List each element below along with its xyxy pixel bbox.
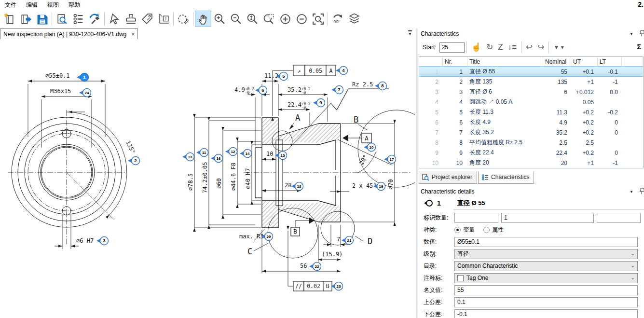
increase-icon[interactable] — [277, 11, 293, 27]
menu-item-3[interactable]: 帮助 — [64, 0, 85, 10]
pan-hand-icon[interactable] — [195, 11, 211, 27]
balloon-7[interactable]: 7 — [331, 86, 343, 94]
table-row[interactable]: 99长度 22.422.4+0.20 — [419, 148, 643, 158]
decrease-icon[interactable] — [293, 11, 310, 27]
balloon-22[interactable]: 22 — [309, 263, 321, 271]
table-row[interactable]: 88平均值粗糙度 Rz 2.52.52.5 — [419, 138, 643, 148]
zoom-fit-icon[interactable] — [310, 11, 326, 27]
column-header-lt[interactable]: LT — [598, 57, 622, 67]
renumber-icon[interactable]: ↻ — [486, 42, 493, 52]
balloon-13[interactable]: 13 — [182, 153, 194, 161]
balloon-2[interactable]: 2 — [128, 157, 140, 165]
balloon-6[interactable]: 6 — [255, 86, 267, 95]
menu-item-2[interactable]: 视图 — [42, 0, 64, 10]
tag-checkbox[interactable] — [457, 275, 464, 281]
balloon-10[interactable]: 10 — [364, 143, 376, 152]
details-pin-icon[interactable] — [639, 188, 644, 196]
zoom-in-icon[interactable] — [211, 11, 228, 27]
value-input[interactable]: Ø55±0.1 — [454, 237, 638, 247]
column-header-blank[interactable] — [419, 57, 443, 67]
column-header-ut[interactable]: UT — [571, 57, 598, 67]
document-tab[interactable]: New inspection plan (A) | 930-1200-406-V… — [0, 28, 138, 39]
column-header-blank[interactable] — [622, 57, 643, 67]
zoom-vertical-icon[interactable] — [244, 11, 260, 27]
balloon-24[interactable]: 24 — [79, 89, 91, 97]
tag-icon[interactable] — [139, 11, 155, 27]
balloon-12[interactable]: 12 — [225, 148, 237, 156]
save-icon[interactable] — [34, 11, 50, 27]
sync-settings-icon[interactable] — [86, 11, 103, 27]
corner-dimension-icon[interactable]: 1 — [155, 11, 172, 27]
attribute-radio-label[interactable]: 属性 — [492, 226, 504, 234]
tab-close-icon[interactable]: × — [131, 31, 135, 38]
id-qty-input-2[interactable]: 1 — [501, 213, 594, 223]
table-row[interactable]: 33直径 Ø 66+0.0120.0 — [419, 87, 643, 97]
sum-icon[interactable]: Σ — [637, 43, 641, 51]
filter-icon[interactable]: ▼ ▾ — [553, 42, 563, 52]
table-row[interactable]: 44圆跳动 ↗ 0.05 A0.05 — [419, 97, 643, 107]
svg-text:8: 8 — [381, 83, 384, 88]
table-row[interactable]: 66长度 4.94.9+0.20 — [419, 117, 643, 127]
tab-list-dropdown-icon[interactable]: ▼ — [408, 30, 412, 36]
zoom-window-icon[interactable] — [260, 11, 277, 27]
nominal-input[interactable]: 55 — [454, 285, 638, 295]
pin-icon[interactable] — [639, 30, 644, 38]
characteristic-list-icon[interactable] — [70, 11, 86, 27]
panel-menu-icon[interactable]: ▼ — [630, 32, 633, 36]
tag-select[interactable]: Tag One⌄ — [454, 273, 638, 283]
column-header-nr[interactable]: Nr. — [443, 57, 467, 67]
menu-item-0[interactable]: 文件 — [0, 0, 21, 10]
svg-text:Rz 2.5: Rz 2.5 — [352, 81, 373, 88]
drawing-canvas[interactable]: ∅55±0.11M36x1524∅6 H7311.354.9+0.2-0635.… — [0, 39, 415, 318]
attribute-radio[interactable] — [483, 227, 490, 233]
balloon-3[interactable]: 3 — [96, 237, 109, 245]
list-order-icon[interactable]: ↓≡ — [508, 42, 517, 52]
column-header-title[interactable]: Title — [467, 57, 543, 67]
upper-tolerance-input[interactable]: 0.1 — [454, 297, 638, 307]
balloon-23[interactable]: 23 — [331, 282, 343, 290]
move-row-up-icon[interactable]: ↩ — [526, 42, 533, 52]
start-label: Start: — [423, 44, 437, 51]
variable-radio[interactable] — [454, 227, 461, 233]
id-qty-input-1[interactable] — [454, 213, 498, 223]
table-row[interactable]: 77长度 35.235.2+0.20 — [419, 127, 643, 138]
balloon-21[interactable]: 21 — [342, 236, 354, 245]
revision-cloud-icon[interactable] — [175, 11, 192, 27]
id-qty-input-3[interactable] — [597, 213, 641, 223]
balloon-11[interactable]: 11 — [196, 149, 208, 157]
level-select[interactable]: 直径⌄ — [454, 249, 638, 259]
select-cursor-icon[interactable] — [106, 11, 123, 27]
pick-pointer-icon[interactable]: ☝ — [471, 42, 481, 52]
variable-radio-label[interactable]: 变量 — [463, 226, 475, 234]
panel-tab-project-explorer[interactable]: Project explorer — [419, 171, 477, 184]
rotate-90-icon[interactable]: 90° — [329, 11, 346, 27]
balloon-16[interactable]: 16 — [211, 154, 223, 163]
open-document-icon[interactable] — [17, 11, 34, 27]
svg-text:∅55±0.1: ∅55±0.1 — [45, 72, 70, 79]
balloon-14[interactable]: 14 — [240, 150, 252, 158]
zoom-out-icon[interactable] — [228, 11, 244, 27]
table-row[interactable]: 22角度 135135+1-1 — [419, 77, 643, 87]
zigzag-order-icon[interactable]: Z — [498, 42, 503, 52]
panel-tab-characteristics[interactable]: Characteristics — [478, 171, 534, 184]
column-header-nominal[interactable]: Nominal — [543, 57, 571, 67]
start-number-input[interactable] — [439, 42, 465, 53]
menu-item-1[interactable]: 编辑 — [21, 0, 42, 10]
table-row[interactable]: 11直径 Ø 5555+0.1-0.1 — [419, 67, 643, 77]
svg-text:2: 2 — [134, 158, 137, 163]
table-row[interactable]: 1010角度 2020+1-1 — [419, 158, 643, 168]
new-document-icon[interactable] — [1, 11, 17, 27]
lower-tolerance-input[interactable]: -0.1 — [454, 309, 638, 318]
document-tab-bar: New inspection plan (A) | 930-1200-406-V… — [0, 28, 416, 39]
balloon-4[interactable]: 4 — [336, 67, 348, 75]
catalog-select[interactable]: Common Characteristic⌄ — [454, 261, 638, 271]
move-row-down-icon[interactable]: ↪ — [537, 42, 544, 52]
balloon-9[interactable]: 9 — [313, 99, 325, 107]
stamp-icon[interactable] — [123, 11, 139, 27]
table-row[interactable]: 55长度 11.311.3+0.2-0.2 — [419, 107, 643, 117]
balloon-1[interactable]: 1 — [77, 73, 89, 82]
balloon-18[interactable]: 18 — [291, 182, 303, 191]
details-menu-icon[interactable]: ▼ — [630, 190, 633, 194]
layers-icon[interactable] — [346, 11, 362, 27]
find-document-icon[interactable] — [54, 11, 70, 27]
